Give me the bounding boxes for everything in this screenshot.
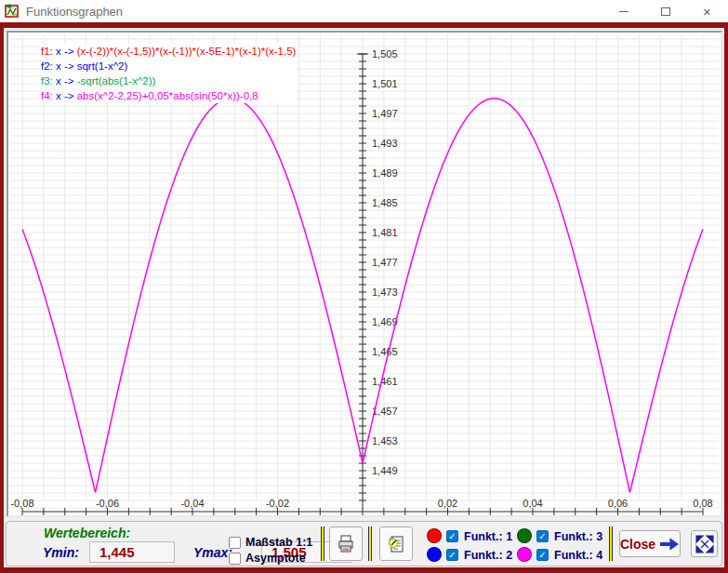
massstab-label: Maßstab 1:1 — [245, 536, 312, 549]
svg-text:1,477: 1,477 — [372, 257, 398, 268]
funkt-2-label: Funkt.: 2 — [464, 549, 512, 562]
svg-text:1,461: 1,461 — [372, 376, 398, 387]
svg-text:-0,08: -0,08 — [10, 498, 33, 509]
minimize-icon — [619, 11, 629, 12]
edit-functions-button[interactable] — [379, 526, 413, 561]
ymin-field[interactable]: 1,445 — [89, 541, 175, 563]
funkt-3-label: Funkt.: 3 — [554, 530, 602, 543]
separator — [368, 526, 372, 561]
svg-text:-0,02: -0,02 — [266, 498, 289, 509]
separator — [321, 526, 324, 561]
window-close-button[interactable]: × — [686, 0, 728, 22]
plot-panel: 1,5051,5011,4971,4931,4891,4851,4811,477… — [7, 31, 722, 517]
function-definition-f4: f4: x -> abs(x^2-2,25)+0,05*abs(sin(50*x… — [39, 88, 298, 103]
svg-text:0,04: 0,04 — [523, 498, 542, 509]
svg-text:1,485: 1,485 — [372, 197, 398, 208]
svg-text:1,497: 1,497 — [372, 108, 398, 119]
close-arrow-icon — [660, 537, 680, 552]
edit-functions-icon — [386, 534, 406, 554]
window-frame-top — [0, 22, 728, 28]
svg-text:1,493: 1,493 — [372, 138, 398, 149]
svg-text:1,501: 1,501 — [372, 78, 398, 89]
funkt-3-checkbox[interactable]: ✓ — [536, 530, 549, 542]
svg-text:-0,04: -0,04 — [180, 498, 204, 509]
asymptote-checkbox[interactable] — [229, 553, 241, 565]
svg-text:1,465: 1,465 — [372, 346, 398, 357]
bottom-toolbar: Wertebereich: Ymin: 1,445 Ymax: 1,505 Ma… — [6, 521, 722, 566]
close-button-label: Close — [620, 537, 655, 552]
svg-text:1,505: 1,505 — [372, 48, 398, 60]
svg-text:1,453: 1,453 — [372, 435, 398, 446]
massstab-checkbox[interactable] — [229, 537, 241, 549]
window-title: Funktionsgraphen — [26, 5, 123, 19]
window-frame-left — [0, 22, 4, 573]
function-graph: 1,5051,5011,4971,4931,4891,4851,4811,477… — [8, 33, 721, 515]
funkt-4-checkbox[interactable]: ✓ — [536, 549, 549, 561]
app-icon — [5, 4, 20, 19]
window-frame-right — [724, 22, 728, 573]
funkt-1-checkbox[interactable]: ✓ — [446, 530, 458, 542]
svg-text:0,08: 0,08 — [693, 498, 712, 509]
svg-text:0,02: 0,02 — [438, 498, 457, 509]
svg-text:1,481: 1,481 — [372, 227, 398, 238]
window-frame-bottom — [0, 567, 728, 573]
ymax-label: Ymax: — [193, 545, 232, 560]
asymptote-label: Asymptote — [245, 552, 306, 565]
svg-text:1,449: 1,449 — [372, 465, 398, 476]
function-definition-f1: f1: x -> (x-(-2))*(x-(-1,5))*(x-(-1))*(x… — [39, 44, 298, 59]
wertebereich-label: Wertebereich: — [44, 526, 130, 540]
funkt-4-color-dot — [517, 547, 532, 562]
funkt-2-checkbox[interactable]: ✓ — [446, 549, 458, 561]
svg-text:1,469: 1,469 — [372, 316, 398, 327]
app-window: Funktionsgraphen × 1,5051,5011,4971,4931… — [0, 0, 728, 573]
svg-text:1,489: 1,489 — [372, 167, 398, 179]
funkt-2-color-dot — [427, 547, 442, 562]
window-close-icon: × — [703, 5, 711, 19]
funkt-1-label: Funkt.: 1 — [464, 530, 512, 543]
titlebar: Funktionsgraphen × — [0, 0, 728, 22]
function-legend: f1: x -> (x-(-2))*(x-(-1,5))*(x-(-1))*(x… — [39, 44, 298, 103]
close-button[interactable]: Close — [619, 530, 681, 557]
maximize-button[interactable] — [644, 0, 686, 22]
separator — [609, 526, 613, 561]
function-definition-f2: f2: x -> sqrt(1-x^2) — [39, 59, 298, 73]
svg-text:0,06: 0,06 — [608, 498, 628, 509]
expand-button[interactable] — [691, 530, 718, 557]
expand-icon — [695, 535, 714, 553]
print-button[interactable] — [329, 526, 363, 561]
minimize-button[interactable] — [602, 0, 644, 22]
svg-text:-0,06: -0,06 — [96, 498, 119, 509]
funkt-4-label: Funkt.: 4 — [554, 549, 602, 562]
function-definition-f3: f3: x -> -sqrt(abs(1-x^2)) — [39, 73, 298, 88]
funkt-1-color-dot — [427, 528, 442, 543]
maximize-icon — [661, 7, 670, 16]
ymin-label: Ymin: — [43, 545, 79, 560]
svg-text:1,473: 1,473 — [372, 286, 398, 298]
funkt-3-color-dot — [517, 528, 532, 543]
printer-icon — [336, 534, 356, 554]
